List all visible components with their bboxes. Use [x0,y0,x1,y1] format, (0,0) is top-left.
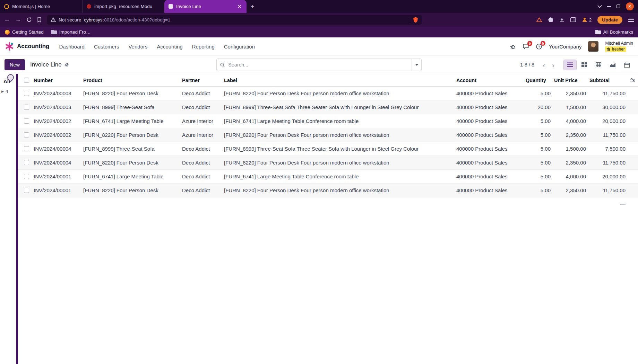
menu-dashboard[interactable]: Dashboard [59,44,85,50]
view-pivot-button[interactable] [592,60,605,70]
cell-product[interactable]: [FURN_6741] Large Meeting Table [81,114,180,128]
col-product[interactable]: Product [81,74,180,87]
cell-partner[interactable]: Deco Addict [180,170,222,184]
chevron-down-icon[interactable] [597,3,602,8]
row-checkbox[interactable] [24,118,29,124]
row-checkbox[interactable] [24,160,29,165]
cell-quantity[interactable]: 5.00 [524,142,552,156]
messages-button[interactable]: 5 [523,43,529,50]
cell-account[interactable]: 400000 Product Sales [455,87,524,100]
cell-number[interactable]: INV/2024/00001 [32,184,81,197]
cell-label[interactable]: [FURN_8999] Three-Seat Sofa Three Seater… [222,100,455,114]
cell-account[interactable]: 400000 Product Sales [455,128,524,142]
cell-label[interactable]: [FURN_8220] Four Person Desk Four person… [222,87,455,100]
cell-unit-price[interactable]: 4,000.00 [552,114,588,128]
cell-quantity[interactable]: 5.00 [524,184,552,197]
table-row[interactable]: INV/2024/00002 [FURN_8220] Four Person D… [18,128,638,142]
cell-unit-price[interactable]: 2,350.00 [552,156,588,170]
cell-subtotal[interactable]: 30,000.00 [588,100,627,114]
app-name[interactable]: Accounting [17,43,50,50]
col-quantity[interactable]: Quantity [524,74,552,87]
bookmarks-panel-icon[interactable] [37,17,42,23]
cell-partner[interactable]: Deco Addict [180,184,222,197]
select-all-checkbox[interactable] [24,78,29,83]
app-switcher[interactable]: Accounting [5,42,50,51]
debug-bug-icon[interactable] [510,43,516,50]
row-checkbox[interactable] [24,174,29,179]
menu-vendors[interactable]: Vendors [128,44,147,50]
cell-label[interactable]: [FURN_6741] Large Meeting Table Conferen… [222,170,455,184]
cell-partner[interactable]: Azure Interior [180,128,222,142]
table-row[interactable]: INV/2024/00003 [FURN_8999] Three-Seat So… [18,100,638,114]
cell-number[interactable]: INV/2024/00002 [32,114,81,128]
cell-quantity[interactable]: 5.00 [524,114,552,128]
bookmark-getting-started[interactable]: Getting Started [5,29,44,35]
pager-next-button[interactable]: › [549,61,558,69]
cell-partner[interactable]: Deco Addict [180,142,222,156]
col-unit-price[interactable]: Unit Price [552,74,588,87]
activities-button[interactable]: 5 [536,43,542,50]
row-checkbox[interactable] [24,91,29,96]
menu-configuration[interactable]: Configuration [224,44,255,50]
cell-partner[interactable]: Deco Addict [180,100,222,114]
cell-account[interactable]: 400000 Product Sales [455,142,524,156]
row-checkbox[interactable] [24,146,29,151]
minimize-button[interactable] [607,6,611,7]
tab-invoice-line[interactable]: Invoice Line ✕ [164,0,247,13]
cell-partner[interactable]: Deco Addict [180,87,222,100]
downloads-icon[interactable] [559,17,564,23]
tab-moment-js[interactable]: Moment.js | Home [0,0,82,13]
col-account[interactable]: Account [455,74,524,87]
security-label[interactable]: Not secure [59,17,81,23]
cell-unit-price[interactable]: 1,500.00 [552,142,588,156]
cell-product[interactable]: [FURN_6741] Large Meeting Table [81,170,180,184]
all-bookmarks-button[interactable]: All Bookmarks [595,29,633,35]
profile-button[interactable]: 2 [582,17,592,23]
cell-number[interactable]: INV/2024/00004 [32,156,81,170]
cell-product[interactable]: [FURN_8999] Three-Seat Sofa [81,142,180,156]
cell-label[interactable]: [FURN_8999] Three-Seat Sofa Three Seater… [222,142,455,156]
cell-product[interactable]: [FURN_8220] Four Person Desk [81,128,180,142]
cell-number[interactable]: INV/2024/00003 [32,100,81,114]
cell-unit-price[interactable]: 2,350.00 [552,128,588,142]
cell-product[interactable]: [FURN_8220] Four Person Desk [81,87,180,100]
pager-previous-button[interactable]: ‹ [539,61,549,69]
cell-account[interactable]: 400000 Product Sales [455,156,524,170]
cell-product[interactable]: [FURN_8220] Four Person Desk [81,156,180,170]
view-graph-button[interactable] [606,60,619,70]
row-checkbox[interactable] [24,132,29,137]
view-settings-gear-icon[interactable] [64,62,69,67]
cell-subtotal[interactable]: 11,750.00 [588,156,627,170]
cell-account[interactable]: 400000 Product Sales [455,114,524,128]
cell-quantity[interactable]: 5.00 [524,170,552,184]
cell-label[interactable]: [FURN_8220] Four Person Desk Four person… [222,156,455,170]
cell-quantity[interactable]: 5.00 [524,156,552,170]
cell-unit-price[interactable]: 1,500.00 [552,100,588,114]
user-menu[interactable]: Mitchell Admin fresher [605,41,633,52]
cell-quantity[interactable]: 5.00 [524,87,552,100]
cell-partner[interactable]: Deco Addict [180,156,222,170]
cell-number[interactable]: INV/2024/00001 [32,170,81,184]
cell-number[interactable]: INV/2024/00003 [32,87,81,100]
forward-button[interactable]: → [15,16,21,23]
new-button[interactable]: New [5,59,25,70]
cell-unit-price[interactable]: 2,350.00 [552,184,588,197]
cell-subtotal[interactable]: 20,000.00 [588,114,627,128]
address-bar[interactable]: Not secure cybrosys :8018/odoo/action-43… [47,15,422,25]
cell-subtotal[interactable]: 11,750.00 [588,87,627,100]
cell-subtotal[interactable]: 20,000.00 [588,170,627,184]
brave-shield-icon[interactable] [413,17,418,23]
table-row[interactable]: INV/2024/00003 [FURN_8220] Four Person D… [18,87,638,100]
tab-pkg-resources[interactable]: import pkg_resources Modu [82,0,164,13]
rewards-triangle-icon[interactable] [536,17,542,22]
view-list-button[interactable] [563,60,577,70]
table-row[interactable]: INV/2024/00004 [FURN_8999] Three-Seat So… [18,142,638,156]
back-button[interactable]: ← [4,16,10,23]
col-label[interactable]: Label [222,74,455,87]
menu-accounting[interactable]: Accounting [157,44,182,50]
search-dropdown-toggle[interactable] [412,59,421,71]
cell-product[interactable]: [FURN_8999] Three-Seat Sofa [81,100,180,114]
table-row[interactable]: INV/2024/00001 [FURN_6741] Large Meeting… [18,170,638,184]
cell-label[interactable]: [FURN_6741] Large Meeting Table Conferen… [222,114,455,128]
avatar[interactable] [588,41,598,52]
